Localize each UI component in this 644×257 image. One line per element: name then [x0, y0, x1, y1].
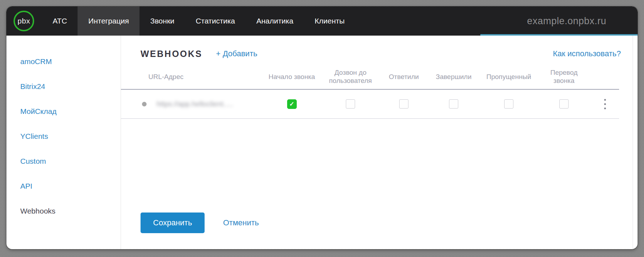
main-layout: amoCRM Bitrix24 МойСклад YClients Custom…	[6, 36, 638, 249]
cell-answered	[381, 99, 427, 109]
status-dot-icon	[142, 102, 147, 106]
nav-tab-calls[interactable]: Звонки	[139, 6, 185, 36]
cell-dial-to-user	[320, 99, 381, 109]
nav-tab-statistics[interactable]: Статистика	[185, 6, 246, 36]
cell-call-start: ✓	[263, 99, 320, 109]
webhooks-page: WEBHOOKS + Добавить Как использовать? UR…	[121, 36, 638, 249]
sidebar-item-api[interactable]: API	[6, 174, 121, 199]
webhook-url-redacted: https://app.helloclient.....	[157, 100, 233, 108]
sidebar-item-custom[interactable]: Custom	[6, 149, 121, 174]
cell-missed	[480, 99, 537, 109]
checkbox-missed[interactable]	[504, 99, 513, 109]
checkbox-call-transfer[interactable]	[559, 99, 569, 109]
cancel-link[interactable]: Отменить	[223, 218, 259, 227]
nav-tab-clients[interactable]: Клиенты	[304, 6, 355, 36]
save-button[interactable]: Сохранить	[141, 213, 205, 233]
nav-tab-analytics[interactable]: Аналитика	[246, 6, 304, 36]
cell-call-transfer	[537, 99, 591, 109]
pbx-logo[interactable]: pbx	[14, 11, 34, 31]
kebab-menu-icon[interactable]	[601, 98, 609, 111]
pbx-logo-text: pbx	[17, 17, 30, 25]
webhook-row: https://app.helloclient..... ✓	[121, 90, 619, 119]
webhook-url-cell: https://app.helloclient.....	[121, 100, 263, 108]
column-header-answered: Ответили	[381, 73, 427, 81]
integrations-sidebar: amoCRM Bitrix24 МойСклад YClients Custom…	[6, 36, 121, 249]
column-header-call-transfer: Перевод звонка	[537, 69, 591, 85]
form-actions: Сохранить Отменить	[141, 213, 259, 233]
account-domain: example.onpbx.ru	[527, 16, 606, 27]
column-header-call-start: Начало звонка	[263, 73, 320, 81]
nav-tab-ats[interactable]: АТС	[42, 6, 78, 36]
checkbox-finished[interactable]	[449, 99, 458, 109]
column-header-missed: Пропущенный	[480, 73, 537, 81]
sidebar-item-moysklad[interactable]: МойСклад	[6, 99, 121, 124]
nav-tab-integration[interactable]: Интеграция	[78, 6, 139, 36]
top-navbar: pbx АТС Интеграция Звонки Статистика Ана…	[6, 6, 638, 36]
sidebar-item-amocrm[interactable]: amoCRM	[6, 49, 121, 74]
checkbox-dial-to-user[interactable]	[346, 99, 355, 109]
nav-tabs: АТС Интеграция Звонки Статистика Аналити…	[42, 6, 355, 36]
cell-finished	[427, 99, 480, 109]
app-window: pbx АТС Интеграция Звонки Статистика Ана…	[6, 6, 638, 249]
page-header: WEBHOOKS + Добавить Как использовать?	[121, 36, 638, 65]
checkbox-call-start[interactable]: ✓	[287, 99, 297, 109]
column-header-dial-to-user: Дозвон до пользователя	[320, 69, 381, 85]
column-header-finished: Завершили	[427, 73, 480, 81]
webhooks-table: URL-Адрес Начало звонка Дозвон до пользо…	[121, 65, 619, 119]
column-header-url: URL-Адрес	[121, 73, 263, 81]
sidebar-item-webhooks[interactable]: Webhooks	[6, 199, 121, 224]
table-header-row: URL-Адрес Начало звонка Дозвон до пользо…	[121, 65, 619, 90]
add-webhook-link[interactable]: + Добавить	[216, 49, 257, 58]
how-to-use-link[interactable]: Как использовать?	[553, 49, 621, 58]
page-title: WEBHOOKS	[141, 49, 202, 59]
sidebar-item-bitrix24[interactable]: Bitrix24	[6, 74, 121, 99]
sidebar-item-yclients[interactable]: YClients	[6, 124, 121, 149]
cell-actions	[591, 98, 619, 111]
checkbox-answered[interactable]	[399, 99, 408, 109]
